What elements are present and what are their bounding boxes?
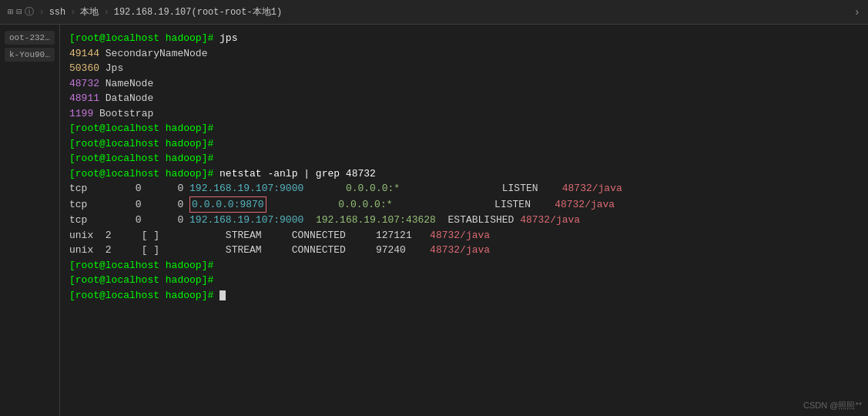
title-icons: ⊞ ⊟ ⓘ	[8, 5, 34, 18]
proc-datanode: DataNode	[99, 92, 153, 104]
line-empty5: [root@localhost hadoop]#	[69, 273, 859, 288]
line-empty3: [root@localhost hadoop]#	[69, 151, 859, 166]
title-sep3: ›	[103, 7, 109, 18]
num2: 0	[177, 183, 189, 194]
state3: ESTABLISHED	[436, 214, 520, 226]
bracket2: [ ]	[142, 244, 172, 256]
info-icon: ⓘ	[25, 5, 34, 18]
ref2: 48732/java	[555, 199, 615, 210]
proc-namenode: NameNode	[99, 78, 153, 89]
num4: 0	[177, 199, 189, 210]
line-pid2: 50360 Jps	[69, 61, 859, 76]
prompt-empty2: [root@localhost hadoop]#	[69, 138, 213, 149]
unix-num1: 127121	[346, 230, 430, 241]
title-local: 本地	[80, 5, 99, 18]
prompt: [root@localhost hadoop]#	[69, 32, 220, 44]
unix-type2: STREAM	[172, 244, 292, 256]
proc-secondary: SecondaryNameNode	[99, 48, 207, 59]
proto3: tcp	[69, 214, 136, 226]
proc-jps: Jps	[99, 62, 123, 74]
pid-1199: 1199	[69, 108, 93, 119]
num5: 0	[136, 214, 178, 226]
proto2: tcp	[69, 199, 136, 210]
line-empty2: [root@localhost hadoop]#	[69, 136, 859, 152]
unix-proto2: unix 2	[69, 244, 142, 256]
prompt-netstat: [root@localhost hadoop]#	[69, 168, 220, 179]
title-ssh: ssh	[49, 7, 66, 18]
line-pid1: 49144 SecondaryNameNode	[69, 46, 859, 62]
prompt-empty1: [root@localhost hadoop]#	[69, 122, 213, 134]
command-jps: jps	[220, 32, 237, 44]
addr3-2: 192.168.19.107:43628	[303, 214, 436, 226]
title-ip: 192.168.19.107(root-root-本地1)	[114, 5, 282, 18]
main-area: oot-23290 k-You9055 [root@localhost hado…	[0, 25, 868, 416]
unix-ref1: 48732/java	[430, 230, 490, 241]
state2: LISTEN	[393, 199, 555, 210]
terminal-window: ⊞ ⊟ ⓘ › ssh › 本地 › 192.168.19.107(root-r…	[0, 0, 868, 416]
ref1: 48732/java	[562, 183, 622, 194]
addr3-1: 192.168.19.107:9000	[189, 214, 303, 226]
num6: 0	[177, 214, 189, 226]
title-bar: ⊞ ⊟ ⓘ › ssh › 本地 › 192.168.19.107(root-r…	[0, 0, 868, 25]
addr2-1-highlighted: 0.0.0.0:9870	[189, 196, 266, 213]
bracket1: [ ]	[142, 230, 172, 241]
prompt-empty3: [root@localhost hadoop]#	[69, 153, 213, 164]
title-right-arrow: ›	[854, 6, 860, 18]
unix-ref2: 48732/java	[430, 244, 490, 256]
line-netstat-cmd: [root@localhost hadoop]# netstat -anlp |…	[69, 166, 859, 182]
line-empty4: [root@localhost hadoop]#	[69, 258, 859, 273]
line-pid4: 48911 DataNode	[69, 91, 859, 106]
state1: LISTEN	[400, 183, 562, 194]
num1: 0	[136, 183, 178, 194]
unix-proto1: unix 2	[69, 230, 142, 241]
terminal-content[interactable]: [root@localhost hadoop]# jps 49144 Secon…	[60, 25, 868, 416]
addr2-2: 0.0.0.0:*	[266, 199, 393, 210]
window-icon-2: ⊟	[16, 6, 22, 18]
prompt-empty4: [root@localhost hadoop]#	[69, 260, 213, 271]
proc-bootstrap: Bootstrap	[93, 108, 153, 119]
sidebar-item-1[interactable]: oot-23290	[5, 31, 55, 45]
unix-line1: unix 2 [ ] STREAM CONNECTED 127121 48732…	[69, 228, 859, 243]
unix-line2: unix 2 [ ] STREAM CONNECTED 97240 48732/…	[69, 243, 859, 258]
sidebar-item-2[interactable]: k-You9055	[5, 48, 55, 62]
ref3: 48732/java	[520, 214, 580, 226]
prompt-cursor: [root@localhost hadoop]#	[69, 290, 220, 301]
netstat-line2: tcp 0 0 0.0.0.0:9870 0.0.0.0:* LISTEN 48…	[69, 196, 859, 213]
pid-49144: 49144	[69, 48, 99, 59]
pid-48911: 48911	[69, 92, 99, 104]
addr1-1: 192.168.19.107:9000	[189, 183, 303, 194]
cursor	[220, 290, 226, 300]
num3: 0	[136, 199, 178, 210]
sidebar: oot-23290 k-You9055	[0, 25, 60, 416]
line-pid3: 48732 NameNode	[69, 76, 859, 92]
netstat-line1: tcp 0 0 192.168.19.107:9000 0.0.0.0:* LI…	[69, 181, 859, 196]
line-empty1: [root@localhost hadoop]#	[69, 121, 859, 136]
proto1: tcp	[69, 183, 136, 194]
command-netstat: netstat -anlp | grep 48732	[220, 168, 376, 179]
connected2: CONNECTED	[292, 244, 346, 256]
pid-50360: 50360	[69, 62, 99, 74]
title-sep2: ›	[70, 7, 75, 18]
line-pid5: 1199 Bootstrap	[69, 106, 859, 122]
addr1-2: 0.0.0.0:*	[303, 183, 400, 194]
pid-48732: 48732	[69, 78, 99, 89]
line-jps-cmd: [root@localhost hadoop]# jps	[69, 31, 859, 46]
watermark: CSDN @照照**	[803, 400, 862, 411]
netstat-line3: tcp 0 0 192.168.19.107:9000 192.168.19.1…	[69, 213, 859, 228]
window-icon-1: ⊞	[8, 6, 13, 18]
title-separator: ›	[39, 7, 44, 18]
prompt-empty5: [root@localhost hadoop]#	[69, 274, 213, 286]
unix-type1: STREAM	[172, 230, 292, 241]
connected1: CONNECTED	[292, 230, 346, 241]
line-cursor: [root@localhost hadoop]#	[69, 288, 859, 304]
unix-num2: 97240	[346, 244, 430, 256]
